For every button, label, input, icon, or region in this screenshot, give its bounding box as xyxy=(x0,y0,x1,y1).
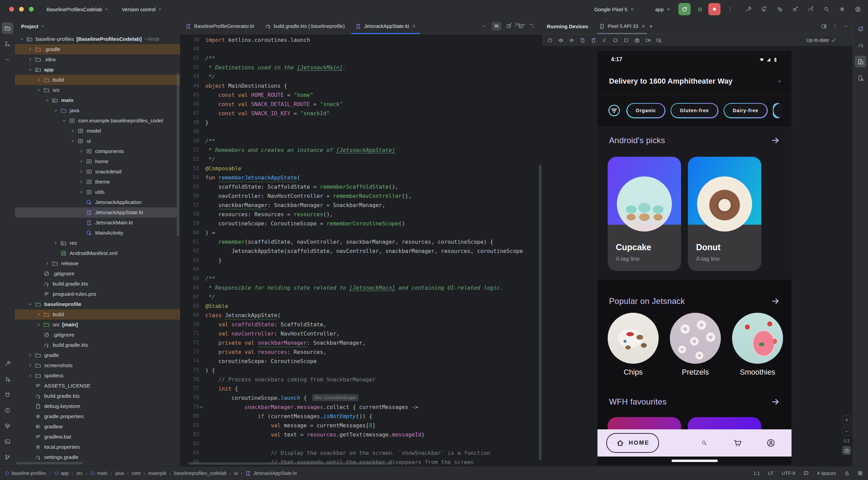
emu-screenshot-button[interactable] xyxy=(632,36,641,44)
breadcrumb-JetsnackAppState.kt[interactable]: JetsnackAppState.kt xyxy=(245,470,297,476)
arrow-right-icon[interactable] xyxy=(771,397,780,406)
chevron-right-icon[interactable] xyxy=(77,148,85,155)
tree-item-main[interactable]: main xyxy=(15,95,180,105)
tool-run-button[interactable] xyxy=(2,373,13,385)
tree-item-build.gradle.kts[interactable]: build.gradle.kts xyxy=(15,391,180,401)
emu-rotate-left-button[interactable] xyxy=(578,36,587,44)
chevron-down-icon[interactable] xyxy=(35,86,43,94)
emu-hardware-input-button[interactable] xyxy=(654,36,663,44)
tree-item-AndroidManifest.xml[interactable]: AndroidManifest.xml xyxy=(15,248,180,258)
emu-rotate-right-button[interactable] xyxy=(589,36,598,44)
chevron-right-icon[interactable] xyxy=(52,239,60,247)
tool-gradle-button[interactable] xyxy=(855,39,866,51)
sync-icon[interactable] xyxy=(759,4,769,15)
chevron-right-icon[interactable] xyxy=(26,56,34,63)
breadcrumb-com[interactable]: com xyxy=(132,470,140,476)
tree-item-release[interactable]: release xyxy=(15,258,180,269)
breadcrumb-example[interactable]: example xyxy=(149,470,167,476)
tree-item-.gradle[interactable]: .gradle xyxy=(15,44,180,54)
editor-scrollbar[interactable] xyxy=(539,165,541,460)
home-indicator[interactable] xyxy=(672,460,718,462)
chevron-down-icon[interactable] xyxy=(69,137,77,145)
tree-item-utils[interactable]: utils xyxy=(15,187,180,197)
filter-chip-partial[interactable] xyxy=(773,103,782,118)
emu-home-button[interactable] xyxy=(611,36,620,44)
tree-item-proguard-rules.pro[interactable]: proguard-rules.pro xyxy=(15,289,180,299)
stop-button[interactable] xyxy=(708,3,721,15)
emu-back-button[interactable] xyxy=(600,36,609,44)
profiler-icon[interactable] xyxy=(774,4,785,15)
tool-notifications-button[interactable] xyxy=(855,23,866,35)
breadcrumb-main[interactable]: main xyxy=(90,470,107,476)
tree-item-JetsnackAppState.kt[interactable]: JetsnackAppState.kt xyxy=(15,207,177,218)
breadcrumb-app[interactable]: app xyxy=(54,470,69,476)
tree-item-components[interactable]: components xyxy=(15,146,180,156)
attach-debugger-icon[interactable] xyxy=(790,4,801,15)
snack-card-Cupcake[interactable]: CupcakeA tag line xyxy=(608,157,681,271)
search-icon[interactable] xyxy=(821,4,832,15)
close-icon[interactable] xyxy=(641,24,646,29)
breadcrumb-baseline-profiles[interactable]: baseline-profiles xyxy=(5,470,46,476)
tree-item-gradlew.bat[interactable]: gradlew.bat xyxy=(15,432,180,442)
tree-item-JetsnackMain.kt[interactable]: JetsnackMain.kt xyxy=(15,218,180,228)
editor-tab-JetsnackAppState.kt[interactable]: JetsnackAppState.kt xyxy=(350,18,422,34)
close-icon[interactable] xyxy=(412,24,416,29)
breadcrumb-baselineprofiles_codelab[interactable]: baselineprofiles_codelab xyxy=(174,470,226,476)
build-icon[interactable] xyxy=(743,4,754,15)
gradle-sync-icon[interactable] xyxy=(805,4,816,15)
minimize-window-button[interactable] xyxy=(19,7,24,12)
tree-item-ASSETS_LICENSE[interactable]: ASSETS_LICENSE xyxy=(15,381,180,391)
tool-app-quality-insights-button[interactable] xyxy=(2,420,13,432)
line-separator[interactable]: LF xyxy=(768,470,774,476)
chevron-down-icon[interactable] xyxy=(43,97,51,104)
tree-item-java[interactable]: java xyxy=(15,105,180,116)
project-hscrollbar[interactable] xyxy=(16,462,83,464)
tool-version-control-button[interactable] xyxy=(2,451,13,463)
snack-item-Chips[interactable]: Chips xyxy=(608,313,659,377)
tree-item-theme[interactable]: theme xyxy=(15,177,180,187)
tool-terminal-button[interactable] xyxy=(2,436,13,447)
zoom-in-button[interactable] xyxy=(842,415,851,424)
delivery-selector[interactable]: Delivery to 1600 Amphitheater Way xyxy=(597,68,792,95)
tree-item-spotless[interactable]: spotless xyxy=(15,371,180,381)
vcs-menu[interactable]: Version control xyxy=(122,6,162,12)
tool-project-button[interactable] xyxy=(2,22,13,34)
chevron-right-icon[interactable] xyxy=(26,372,34,379)
tree-item-ui[interactable]: ui xyxy=(15,136,180,146)
chevron-down-icon[interactable] xyxy=(52,107,60,114)
chevron-right-icon[interactable] xyxy=(77,158,85,165)
tree-item-build.gradle.kts[interactable]: build.gradle.kts xyxy=(15,340,180,350)
chevron-right-icon[interactable] xyxy=(43,260,51,267)
editor-tab-BaselineProfileGenerator.kt[interactable]: BaselineProfileGenerator.kt xyxy=(180,18,260,34)
tree-item-build.gradle.kts[interactable]: build.gradle.kts xyxy=(15,279,180,289)
chevron-right-icon[interactable] xyxy=(77,178,85,186)
tree-item-home[interactable]: home xyxy=(15,156,180,167)
chevron-right-icon[interactable] xyxy=(35,311,43,318)
settings-icon[interactable] xyxy=(837,4,848,15)
indent-style[interactable]: 4 spaces xyxy=(817,470,836,476)
editor-tab-build.gradle.kts (:baselineprofile)[interactable]: build.gradle.kts (:baselineprofile) xyxy=(260,18,350,34)
tree-item-settings.gradle[interactable]: settings.gradle xyxy=(15,452,180,462)
run-config-selector[interactable]: app xyxy=(642,4,671,15)
close-window-button[interactable] xyxy=(9,7,14,12)
tree-item-local.properties[interactable]: local.properties xyxy=(15,442,180,452)
nav-search-button[interactable] xyxy=(692,440,716,446)
tree-item-src[interactable]: src xyxy=(15,85,180,95)
tool-more-button[interactable] xyxy=(2,54,13,65)
plus-icon[interactable] xyxy=(648,24,654,29)
tool-running-devices-button[interactable] xyxy=(855,56,866,67)
filter-chip-Organic[interactable]: Organic xyxy=(626,103,665,118)
tree-item-res[interactable]: res xyxy=(15,238,180,248)
editor-hscrollbar[interactable] xyxy=(188,462,392,465)
zoom-reset-button[interactable]: 1:1 xyxy=(844,439,849,443)
panel-layout-icon[interactable] xyxy=(821,23,827,29)
tree-item-com.example.baselineprofiles_codel[interactable]: com.example.baselineprofiles_codel xyxy=(15,116,180,126)
nav-home-button[interactable]: HOME xyxy=(606,433,659,453)
tree-item-gradle.properties[interactable]: gradle.properties xyxy=(15,411,180,422)
tab-list-chevron-icon[interactable] xyxy=(480,22,489,31)
inspections-widget[interactable]: 14 xyxy=(507,22,533,27)
more-actions-button[interactable] xyxy=(725,4,735,15)
nav-cart-button[interactable] xyxy=(726,438,749,448)
arrow-right-icon[interactable] xyxy=(771,136,780,145)
zoom-window-button[interactable] xyxy=(29,7,34,12)
